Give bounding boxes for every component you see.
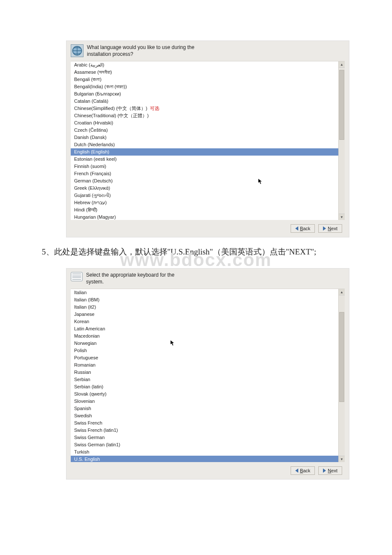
list-item[interactable]: Chinese(Simplified) (中文（简体）)可选: [71, 105, 345, 112]
list-item[interactable]: Portuguese: [71, 354, 345, 361]
keyboard-list[interactable]: ItalianItalian (IBM)Italian (it2)Japanes…: [71, 289, 345, 462]
list-item[interactable]: Arabic (العربية): [71, 61, 345, 69]
installer-keyboard-window: Select the appropriate keyboard for the …: [66, 268, 349, 480]
back-button[interactable]: Back: [291, 224, 315, 233]
list-item[interactable]: Slovenian: [71, 398, 345, 405]
list-item[interactable]: English (English): [71, 148, 345, 156]
prompt-row: Select the appropriate keyboard for the …: [71, 272, 345, 285]
list-item[interactable]: Assamese (অসমীয়া): [71, 69, 345, 76]
annotation-label: 可选: [150, 106, 159, 111]
back-button[interactable]: Back: [291, 466, 315, 475]
list-item[interactable]: Macedonian: [71, 332, 345, 340]
scroll-down-icon[interactable]: ▼: [339, 214, 345, 220]
list-item[interactable]: Swiss German (latin1): [71, 441, 345, 448]
keyboard-list-container: ItalianItalian (IBM)Italian (it2)Japanes…: [71, 289, 345, 462]
arrow-left-icon: [295, 468, 298, 473]
list-item[interactable]: Turkish: [71, 448, 345, 456]
list-item[interactable]: Catalan (Català): [71, 98, 345, 105]
list-item[interactable]: Latin American: [71, 325, 345, 332]
list-item[interactable]: Swiss French: [71, 419, 345, 427]
prompt-text: Select the appropriate keyboard for the …: [86, 272, 180, 285]
button-bar: Back Next: [71, 220, 345, 234]
list-item[interactable]: Norwegian: [71, 340, 345, 347]
list-item[interactable]: French (Français): [71, 170, 345, 177]
arrow-left-icon: [295, 226, 298, 231]
list-item[interactable]: Slovak (qwerty): [71, 390, 345, 398]
list-item[interactable]: Spanish: [71, 405, 345, 412]
arrow-right-icon: [323, 468, 326, 473]
list-item[interactable]: Italian: [71, 289, 345, 296]
list-item[interactable]: Russian: [71, 369, 345, 376]
next-button[interactable]: Next: [318, 466, 342, 475]
list-item[interactable]: German (Deutsch): [71, 177, 345, 185]
list-item[interactable]: Hungarian (Magyar): [71, 214, 345, 220]
keyboard-icon: [71, 272, 83, 281]
prompt-text: What language would you like to use duri…: [87, 44, 206, 58]
scrollbar[interactable]: ▲ ▼: [338, 289, 345, 462]
list-item[interactable]: Italian (IBM): [71, 296, 345, 304]
scroll-down-icon[interactable]: ▼: [339, 456, 345, 462]
list-item[interactable]: Serbian (latin): [71, 383, 345, 390]
scroll-up-icon[interactable]: ▲: [339, 289, 345, 295]
arrow-right-icon: [323, 226, 326, 231]
list-item[interactable]: Croatian (Hrvatski): [71, 119, 345, 127]
narration-text: 5、此处是选择键盘输入，默认选择"U.S.English"（美国英语式）点击"N…: [26, 246, 384, 258]
list-item[interactable]: Bengali (বাংলা): [71, 76, 345, 83]
list-item[interactable]: Hindi (हिन्दी): [71, 206, 345, 214]
list-item[interactable]: Chinese(Traditional) (中文（正體）): [71, 112, 345, 119]
list-item[interactable]: Czech (Čeština): [71, 127, 345, 134]
globe-icon: [71, 44, 84, 57]
button-bar: Back Next: [71, 462, 345, 477]
list-item[interactable]: Italian (it2): [71, 304, 345, 311]
list-item[interactable]: Greek (Ελληνικά): [71, 185, 345, 192]
list-item[interactable]: Korean: [71, 318, 345, 325]
list-item[interactable]: Swiss French (latin1): [71, 427, 345, 434]
list-item[interactable]: Bengali(India) (বাংলা (ভারত)): [71, 83, 345, 90]
list-item[interactable]: Serbian: [71, 376, 345, 383]
list-item[interactable]: Estonian (eesti keel): [71, 156, 345, 163]
list-item[interactable]: Japanese: [71, 311, 345, 318]
installer-language-window: What language would you like to use duri…: [66, 40, 349, 237]
list-item[interactable]: Gujarati (ગુજરાતી): [71, 192, 345, 199]
list-item[interactable]: Dutch (Nederlands): [71, 141, 345, 148]
narration-block: www.bdocx.com 5、此处是选择键盘输入，默认选择"U.S.Engli…: [26, 246, 384, 268]
list-item[interactable]: Danish (Dansk): [71, 134, 345, 141]
list-item[interactable]: Romanian: [71, 361, 345, 369]
list-item[interactable]: Bulgarian (Български): [71, 90, 345, 98]
scroll-up-icon[interactable]: ▲: [339, 61, 345, 68]
list-item[interactable]: Swedish: [71, 412, 345, 419]
list-item[interactable]: U.S. English: [71, 456, 345, 462]
language-list[interactable]: Arabic (العربية)Assamese (অসমীয়া)Bengal…: [71, 61, 345, 220]
list-item[interactable]: Swiss German: [71, 434, 345, 441]
scroll-thumb[interactable]: [339, 312, 344, 402]
scroll-thumb[interactable]: [339, 70, 344, 140]
next-button[interactable]: Next: [318, 224, 342, 233]
prompt-row: What language would you like to use duri…: [71, 44, 345, 58]
list-item[interactable]: Finnish (suomi): [71, 163, 345, 170]
language-list-container: Arabic (العربية)Assamese (অসমীয়া)Bengal…: [71, 61, 345, 220]
list-item[interactable]: Hebrew (עברית): [71, 199, 345, 206]
list-item[interactable]: Polish: [71, 347, 345, 354]
scrollbar[interactable]: ▲ ▼: [338, 61, 345, 220]
